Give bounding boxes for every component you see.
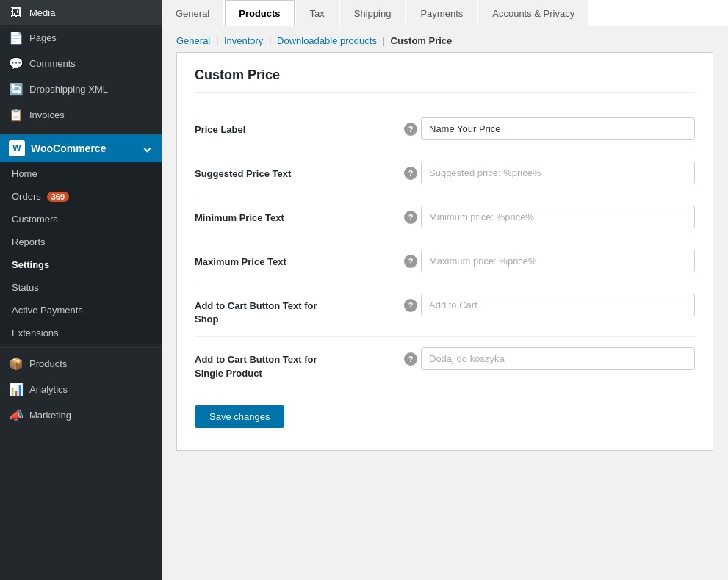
form-row-add-to-cart-single: Add to Cart Button Text forSingle Produc… (195, 337, 695, 390)
help-icon-maximum-price-text[interactable]: ? (404, 255, 417, 268)
sidebar-item-orders[interactable]: Orders 369 (0, 185, 162, 208)
sidebar-item-comments[interactable]: 💬 Comments (0, 51, 162, 76)
help-area-add-to-cart-single: ? (400, 347, 421, 366)
sidebar-top-items: 🖼 Media 📄 Pages 💬 Comments 🔄 Dropshippin… (0, 0, 162, 128)
tab-label: Shipping (354, 8, 392, 19)
sidebar-item-label: Reports (12, 236, 46, 247)
sidebar-item-active-payments[interactable]: Active Payments (0, 299, 162, 322)
sidebar-item-label: Customers (12, 214, 58, 225)
field-input-area-price-label (421, 117, 695, 140)
sidebar-item-label: Home (12, 168, 37, 179)
field-input-add-to-cart-single[interactable] (421, 347, 695, 370)
form-row-suggested-price-text: Suggested Price Text ? (195, 151, 695, 195)
sidebar-item-label: Media (29, 7, 55, 18)
subnav-sep-3: | (383, 35, 385, 46)
help-icon-minimum-price-text[interactable]: ? (404, 211, 417, 224)
sidebar-item-home[interactable]: Home (0, 162, 162, 185)
sidebar-item-products[interactable]: 📦 Products (0, 351, 162, 377)
field-label-maximum-price-text: Maximum Price Text (195, 250, 400, 269)
tab-label: Accounts & Privacy (492, 8, 574, 19)
help-area-minimum-price-text: ? (400, 206, 421, 224)
orders-badge: 369 (47, 192, 69, 202)
woocommerce-arrow-icon (144, 145, 151, 152)
sidebar-item-media[interactable]: 🖼 Media (0, 0, 162, 25)
woocommerce-submenu: Home Orders 369 Customers Reports Settin… (0, 162, 162, 344)
subnav-current: Custom Price (391, 35, 453, 46)
tab-payments[interactable]: Payments (406, 0, 477, 26)
form-row-price-label: Price Label ? (195, 107, 695, 151)
products-icon: 📦 (9, 357, 24, 371)
form-row-minimum-price-text: Minimum Price Text ? (195, 195, 695, 239)
field-input-suggested-price-text[interactable] (421, 162, 695, 184)
sidebar-item-label: Status (12, 282, 39, 293)
field-label-add-to-cart-single: Add to Cart Button Text forSingle Produc… (195, 347, 400, 380)
help-icon-price-label[interactable]: ? (404, 123, 417, 136)
help-icon-add-to-cart-shop[interactable]: ? (404, 299, 417, 312)
sub-nav: General | Inventory | Downloadable produ… (162, 26, 728, 52)
sidebar: 🖼 Media 📄 Pages 💬 Comments 🔄 Dropshippin… (0, 0, 162, 580)
sidebar-item-status[interactable]: Status (0, 276, 162, 299)
sidebar-item-dropshipping[interactable]: 🔄 Dropshipping XML (0, 76, 162, 102)
marketing-icon: 📣 (9, 408, 24, 422)
field-input-minimum-price-text[interactable] (421, 206, 695, 228)
analytics-icon: 📊 (9, 383, 24, 396)
sidebar-item-marketing[interactable]: 📣 Marketing (0, 402, 162, 428)
help-icon-suggested-price-text[interactable]: ? (404, 167, 417, 180)
sidebar-item-label: Marketing (29, 410, 71, 421)
media-icon: 🖼 (9, 6, 24, 19)
field-input-area-add-to-cart-single (421, 347, 695, 370)
field-input-price-label[interactable] (421, 117, 695, 140)
woocommerce-header[interactable]: W WooCommerce (0, 134, 162, 162)
sidebar-item-label: Active Payments (12, 305, 83, 316)
tab-shipping[interactable]: Shipping (340, 0, 406, 26)
sidebar-item-label: Settings (12, 259, 49, 270)
subnav-sep-1: | (216, 35, 218, 46)
main-content: General Products Tax Shipping Payments A… (162, 0, 728, 580)
subnav-general[interactable]: General (176, 35, 210, 46)
help-area-maximum-price-text: ? (400, 250, 421, 268)
page-title: Custom Price (195, 68, 695, 93)
tab-label: General (176, 8, 209, 19)
sidebar-divider-2 (0, 347, 162, 348)
invoices-icon: 📋 (9, 108, 24, 122)
sidebar-item-label: Pages (29, 32, 57, 43)
tab-label: Tax (310, 8, 325, 19)
form-row-add-to-cart-shop: Add to Cart Button Text forShop ? (195, 283, 695, 337)
pages-icon: 📄 (9, 31, 24, 45)
tabs-bar: General Products Tax Shipping Payments A… (162, 0, 728, 26)
field-input-area-suggested-price-text (421, 162, 695, 184)
woocommerce-icon: W (9, 140, 25, 156)
field-input-add-to-cart-shop[interactable] (421, 294, 695, 316)
field-input-area-minimum-price-text (421, 206, 695, 228)
sidebar-item-reports[interactable]: Reports (0, 231, 162, 253)
form-row-maximum-price-text: Maximum Price Text ? (195, 239, 695, 283)
sidebar-item-label: Extensions (12, 327, 59, 338)
subnav-sep-2: | (269, 35, 271, 46)
sidebar-item-label: Analytics (29, 384, 68, 395)
sidebar-item-analytics[interactable]: 📊 Analytics (0, 377, 162, 402)
tab-accounts-privacy[interactable]: Accounts & Privacy (478, 0, 588, 26)
sidebar-item-customers[interactable]: Customers (0, 208, 162, 231)
sidebar-item-label: Invoices (29, 109, 65, 120)
woocommerce-label: WooCommerce (31, 142, 106, 154)
tab-general[interactable]: General (162, 0, 223, 26)
sidebar-item-pages[interactable]: 📄 Pages (0, 25, 162, 51)
sidebar-divider (0, 131, 162, 131)
help-area-add-to-cart-shop: ? (400, 294, 421, 312)
tab-label: Products (239, 8, 280, 19)
sidebar-item-settings[interactable]: Settings (0, 253, 162, 276)
tab-products[interactable]: Products (225, 0, 294, 26)
subnav-downloadable[interactable]: Downloadable products (277, 35, 377, 46)
tab-label: Payments (420, 8, 463, 19)
sidebar-item-invoices[interactable]: 📋 Invoices (0, 102, 162, 128)
sidebar-item-extensions[interactable]: Extensions (0, 322, 162, 344)
subnav-inventory[interactable]: Inventory (224, 35, 263, 46)
sidebar-item-label: Products (29, 358, 67, 369)
content-area: Custom Price Price Label ? Suggested Pri… (176, 52, 713, 451)
field-input-maximum-price-text[interactable] (421, 250, 695, 272)
sidebar-item-label: Dropshipping XML (29, 84, 108, 95)
sidebar-item-label: Comments (29, 58, 76, 69)
save-changes-button[interactable]: Save changes (195, 405, 284, 428)
tab-tax[interactable]: Tax (296, 0, 339, 26)
help-icon-add-to-cart-single[interactable]: ? (404, 352, 417, 366)
